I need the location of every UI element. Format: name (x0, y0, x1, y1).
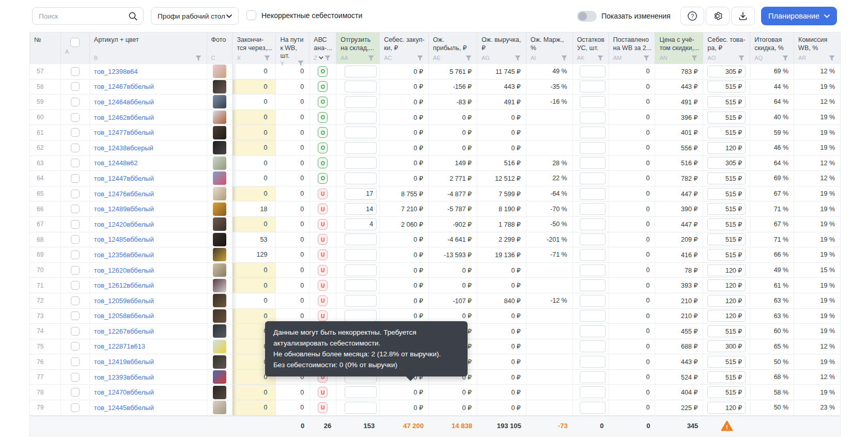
row-checkbox[interactable] (71, 67, 80, 76)
us-stock-input[interactable] (580, 157, 606, 169)
column-header-article[interactable]: Артикул + цветB (90, 33, 207, 64)
column-header-x[interactable]: Закончи- тся через,...X (233, 33, 276, 64)
row-checkbox[interactable] (71, 159, 80, 167)
item-cost-input[interactable] (707, 172, 746, 184)
us-stock-input[interactable] (580, 233, 606, 245)
article-link[interactable]: тов_12477вббелый (90, 129, 154, 136)
row-checkbox[interactable] (71, 373, 80, 382)
item-cost-input[interactable] (707, 340, 746, 352)
item-cost-input[interactable] (707, 371, 746, 383)
ship-qty-input[interactable] (345, 279, 377, 291)
row-checkbox[interactable] (71, 327, 80, 336)
article-link[interactable]: тов_12485вббелый (90, 235, 154, 243)
product-photo[interactable] (213, 233, 226, 246)
filter-icon[interactable] (466, 55, 472, 61)
column-header-aa[interactable]: Отгрузить на склад,...AA (336, 33, 380, 64)
us-stock-input[interactable] (580, 142, 606, 154)
item-cost-input[interactable] (707, 325, 746, 337)
column-header-ae[interactable]: Ож. прибыль, ₽AE (429, 33, 477, 64)
warning-icon[interactable]: ! (721, 420, 733, 431)
ship-qty-input[interactable] (345, 402, 377, 414)
row-checkbox[interactable] (71, 174, 80, 183)
us-stock-input[interactable] (580, 218, 606, 230)
filter-icon[interactable] (691, 55, 698, 61)
filter-icon[interactable] (195, 55, 202, 61)
row-checkbox[interactable] (71, 250, 80, 259)
filter-icon[interactable] (417, 55, 423, 61)
filter-icon[interactable] (368, 55, 374, 61)
product-photo[interactable] (213, 217, 226, 231)
us-stock-input[interactable] (580, 310, 606, 322)
item-cost-input[interactable] (707, 295, 746, 307)
show-changes-toggle[interactable] (577, 11, 597, 22)
row-checkbox[interactable] (71, 128, 80, 137)
us-stock-input[interactable] (580, 264, 606, 276)
item-cost-input[interactable] (707, 142, 746, 154)
row-checkbox[interactable] (71, 311, 80, 320)
article-link[interactable]: тов_12267вббелый (90, 327, 154, 335)
filter-icon[interactable] (264, 55, 270, 61)
row-checkbox[interactable] (71, 205, 80, 213)
workspace-dropdown[interactable]: Профи рабочий стол (151, 7, 239, 25)
product-photo[interactable] (213, 156, 226, 170)
row-checkbox[interactable] (71, 388, 80, 397)
item-cost-input[interactable] (707, 218, 746, 230)
article-link[interactable]: тов_12489вббелый (90, 205, 154, 213)
column-header-photo[interactable]: ФотоC (207, 33, 233, 64)
row-checkbox[interactable] (71, 82, 80, 91)
item-cost-input[interactable] (707, 96, 746, 108)
item-cost-input[interactable] (707, 233, 746, 245)
article-link[interactable]: тов_12420вббелый (90, 221, 154, 228)
product-photo[interactable] (213, 294, 226, 307)
row-checkbox[interactable] (71, 357, 80, 366)
ship-qty-input[interactable] (345, 310, 377, 322)
us-stock-input[interactable] (580, 112, 606, 123)
us-stock-input[interactable] (580, 66, 606, 77)
column-header-z[interactable]: АВС ана-...Z (309, 33, 336, 64)
us-stock-input[interactable] (580, 203, 606, 215)
column-header-am[interactable]: Поставлено на WB за 2...AM (609, 33, 656, 64)
product-photo[interactable] (213, 95, 226, 108)
article-link[interactable]: тов_12447вббелый (90, 175, 154, 182)
column-header-ai[interactable]: Ож. Марж., %AI (526, 33, 573, 64)
filter-icon[interactable] (829, 55, 835, 61)
article-link[interactable]: тов_12059вббелый (90, 297, 154, 305)
article-link[interactable]: тов_12393вббелый (90, 373, 154, 381)
product-photo[interactable] (213, 386, 226, 399)
product-photo[interactable] (213, 401, 226, 414)
us-stock-input[interactable] (580, 371, 606, 383)
article-link[interactable]: тов_12058вббелый (90, 312, 154, 320)
item-cost-input[interactable] (707, 279, 746, 291)
filter-icon[interactable] (738, 55, 745, 61)
product-photo[interactable] (213, 80, 226, 93)
item-cost-input[interactable] (707, 81, 746, 92)
filter-icon[interactable] (643, 55, 649, 61)
ship-qty-input[interactable] (345, 264, 377, 276)
column-header-ac[interactable]: Себес. закуп- ки, ₽AC (380, 33, 429, 64)
item-cost-input[interactable] (707, 264, 746, 276)
row-checkbox[interactable] (71, 190, 80, 198)
article-link[interactable]: тов_122871в613 (90, 342, 145, 350)
ship-qty-input[interactable] (345, 249, 377, 261)
row-checkbox[interactable] (71, 342, 80, 351)
column-header-an[interactable]: Цена с учё- том скидки,...AN (655, 33, 703, 64)
article-link[interactable]: тов_12356вббелый (90, 251, 154, 259)
download-button[interactable] (731, 7, 755, 25)
us-stock-input[interactable] (580, 81, 606, 92)
row-checkbox[interactable] (71, 266, 80, 275)
filter-icon[interactable] (561, 55, 567, 61)
us-stock-input[interactable] (580, 356, 606, 368)
ship-qty-input[interactable] (345, 386, 377, 398)
us-stock-input[interactable] (580, 96, 606, 108)
product-photo[interactable] (213, 340, 226, 353)
us-stock-input[interactable] (580, 340, 606, 352)
article-link[interactable]: тов_12470вббелый (90, 388, 154, 396)
item-cost-input[interactable] (707, 66, 746, 77)
ship-qty-input[interactable] (345, 81, 377, 92)
product-photo[interactable] (213, 279, 226, 292)
checkbox-box[interactable] (246, 10, 256, 20)
product-photo[interactable] (213, 171, 226, 185)
row-checkbox[interactable] (71, 281, 80, 290)
product-photo[interactable] (213, 309, 226, 323)
item-cost-input[interactable] (707, 157, 746, 169)
